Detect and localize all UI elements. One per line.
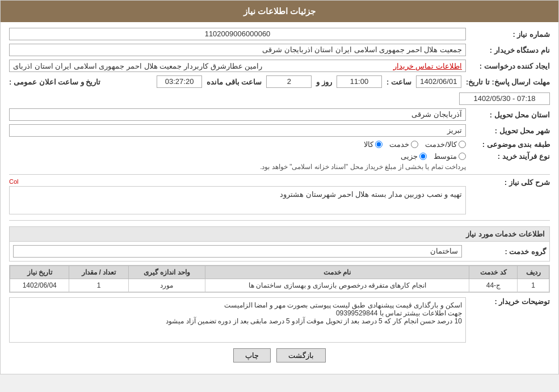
radio-juzii: جزیی xyxy=(401,152,427,161)
cell-date: 1402/06/04 xyxy=(10,279,69,292)
date-value: 1402/06/01 xyxy=(416,75,461,88)
delivery-province-label: استان محل تحویل : xyxy=(470,111,550,119)
col-name: نام خدمت xyxy=(205,266,469,279)
buyer-org-value: جمعیت هلال احمر جمهوری اسلامی ایران استا… xyxy=(9,44,466,56)
request-number-label: شماره نیاز : xyxy=(470,30,550,39)
cell-unit: مورد xyxy=(128,279,205,292)
service-group-label: گروه خدمت : xyxy=(466,247,546,256)
radio-juzii-label: جزیی xyxy=(401,152,418,161)
publish-value: 1402/05/30 - 07:18 xyxy=(459,92,550,105)
col-row: ردیف xyxy=(518,266,549,279)
radio-kala-khedmat: کالا/خدمت xyxy=(425,140,466,149)
day-label: روز و xyxy=(316,78,332,86)
radio-kala-input[interactable] xyxy=(375,141,383,148)
category-label: طبقه بندی موضوعی : xyxy=(470,140,550,149)
general-desc-value: تهیه و نصب دوربین مدار بسته هلال احمر شه… xyxy=(9,186,466,214)
delivery-city-label: شهر محل تحویل : xyxy=(470,127,550,135)
radio-kala-khedmat-input[interactable] xyxy=(459,141,466,148)
radio-khedmat-label: خدمت xyxy=(389,140,409,149)
radio-mutawasset-label: متوسط xyxy=(434,152,457,161)
col-unit: واحد اندازه گیری xyxy=(128,266,205,279)
buyer-notes-label: توضیحات خریدار : xyxy=(470,297,550,306)
process-description: پرداخت تمام یا بخشی از مبلغ خریداز محل "… xyxy=(9,163,466,171)
creator-value: اطلاعات تماس خریدار رامین عطارشرق کاربرد… xyxy=(9,60,466,72)
radio-khedmat: خدمت xyxy=(389,140,418,149)
category-options: کالا/خدمت خدمت کالا xyxy=(9,140,466,149)
radio-kala-khedmat-label: کالا/خدمت xyxy=(425,140,457,149)
table-row: 1 ج-44 انجام کارهای متفرقه درخصوص بازساز… xyxy=(10,279,549,292)
publish-label: تاریخ و ساعت اعلان عمومی : xyxy=(9,78,100,86)
service-group-value: ساختمان xyxy=(13,245,462,258)
print-button[interactable]: چاپ xyxy=(233,348,271,363)
col-quantity: تعداد / مقدار xyxy=(69,266,128,279)
process-type-label: نوع فرآیند خرید : xyxy=(470,152,550,161)
time-label: ساعت : xyxy=(386,78,411,86)
buyer-org-label: نام دستگاه خریدار : xyxy=(470,46,550,54)
creator-name: رامین عطارشرق کاربردار جمعیت هلال احمر ج… xyxy=(13,62,262,70)
request-number-value: 1102009006000060 xyxy=(9,28,466,40)
watermark-note: Col xyxy=(9,178,466,185)
action-buttons: بازگشت چاپ xyxy=(9,348,550,363)
remaining-label: ساعت باقی مانده xyxy=(207,78,262,86)
buyer-notes-value: اسکن و بارگذاری قیمت پیشنهادی طبق لیست پ… xyxy=(9,297,466,343)
delivery-province-value: آذربایجان شرقی xyxy=(9,108,466,121)
page-title: جزئیات اطلاعات نیاز xyxy=(1,1,558,22)
delivery-city-value: تبریز xyxy=(9,124,466,137)
radio-kala-label: کالا xyxy=(364,140,373,149)
creator-label: ایجاد کننده درخواست : xyxy=(470,62,550,70)
radio-mutawasset: متوسط xyxy=(434,152,466,161)
creator-link[interactable]: اطلاعات تماس خریدار xyxy=(393,62,462,70)
cell-code: ج-44 xyxy=(469,279,518,292)
response-deadline-label: مهلت ارسال پاسخ: تا تاریخ: xyxy=(466,78,550,86)
general-desc-label: شرح کلی نیاز : xyxy=(470,178,550,187)
cell-quantity: 1 xyxy=(69,279,128,292)
col-date: تاریخ نیاز xyxy=(10,266,69,279)
service-info-header: اطلاعات خدمات مورد نیاز xyxy=(9,226,550,241)
col-code: کد خدمت xyxy=(469,266,518,279)
services-table: ردیف کد خدمت نام خدمت واحد اندازه گیری ت… xyxy=(9,265,550,293)
radio-mutawasset-input[interactable] xyxy=(459,153,466,160)
time-value: 11:00 xyxy=(337,75,382,88)
radio-khedmat-input[interactable] xyxy=(411,141,418,148)
back-button[interactable]: بازگشت xyxy=(276,348,326,363)
day-value: 2 xyxy=(266,75,312,88)
radio-kala: کالا xyxy=(364,140,383,149)
cell-name: انجام کارهای متفرقه درخصوص بازسازی و بهس… xyxy=(205,279,469,292)
process-type-area: متوسط جزیی پرداخت تمام یا بخشی از مبلغ خ… xyxy=(9,152,466,171)
radio-juzii-input[interactable] xyxy=(419,153,427,160)
cell-row: 1 xyxy=(518,279,549,292)
remaining-value: 03:27:20 xyxy=(157,75,202,88)
